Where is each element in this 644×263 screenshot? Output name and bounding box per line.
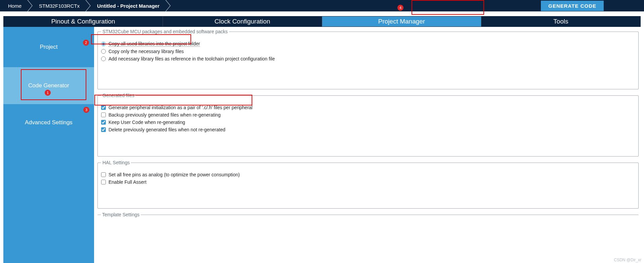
generate-code-button[interactable]: GENERATE CODE <box>541 1 604 11</box>
check-delete-prev-row[interactable]: Delete previously generated files when n… <box>101 127 635 132</box>
check-free-pins-label: Set all free pins as analog (to optimize… <box>109 172 240 177</box>
sidebar-code-generator[interactable]: Code Generator <box>3 67 94 104</box>
check-full-assert-label: Enable Full Assert <box>109 179 146 185</box>
group-hal-settings: HAL Settings Set all free pins as analog… <box>97 160 639 209</box>
chevron-right-icon <box>165 0 172 11</box>
group-mcu-legend: STM32Cube MCU packages and embedded soft… <box>101 29 229 34</box>
group-gen-legend: Generated files <box>101 93 136 98</box>
radio-copy-necessary-row[interactable]: Copy only the necessary library files <box>101 49 635 54</box>
watermark: CSDN @Dir_xr <box>614 258 641 262</box>
radio-copy-necessary-label: Copy only the necessary library files <box>109 49 184 54</box>
check-pair-ch-label: Generate peripheral initialization as a … <box>109 105 253 110</box>
sidebar-advanced-settings[interactable]: Advanced Settings <box>3 104 94 141</box>
pm-sidebar: Project Code Generator Advanced Settings <box>3 27 94 263</box>
radio-add-reference-label: Add necessary library files as reference… <box>109 56 275 61</box>
breadcrumb-home-label: Home <box>8 3 22 9</box>
radio-copy-all[interactable] <box>101 42 106 46</box>
radio-copy-necessary[interactable] <box>101 49 106 54</box>
tab-pinout[interactable]: Pinout & Configuration <box>4 16 163 27</box>
main-area: Project Code Generator Advanced Settings… <box>3 27 641 263</box>
check-keep-user[interactable] <box>101 120 106 125</box>
radio-copy-all-row[interactable]: Copy all used libraries into the project… <box>101 41 635 47</box>
check-free-pins-row[interactable]: Set all free pins as analog (to optimize… <box>101 172 635 177</box>
breadcrumb-chip-label: STM32F103RCTx <box>39 3 80 9</box>
tab-project-manager[interactable]: Project Manager <box>322 16 481 27</box>
group-mcu-packages: STM32Cube MCU packages and embedded soft… <box>97 29 639 89</box>
radio-copy-all-label: Copy all used libraries into the project… <box>109 41 200 47</box>
check-full-assert[interactable] <box>101 180 106 184</box>
breadcrumb-bar: Home STM32F103RCTx Untitled - Project Ma… <box>0 0 644 11</box>
check-keep-user-row[interactable]: Keep User Code when re-generating <box>101 120 635 125</box>
group-hal-legend: HAL Settings <box>101 160 131 165</box>
check-backup-label: Backup previously generated files when r… <box>109 112 221 118</box>
content-area: STM32Cube MCU packages and embedded soft… <box>94 27 641 263</box>
group-template-settings: Template Settings <box>97 212 639 227</box>
sidebar-project[interactable]: Project <box>3 27 94 67</box>
breadcrumb-home[interactable]: Home <box>3 0 29 11</box>
check-delete-prev[interactable] <box>101 127 106 132</box>
breadcrumb-project-label: Untitled - Project Manager <box>97 3 160 9</box>
breadcrumb-chip[interactable]: STM32F103RCTx <box>29 0 87 11</box>
check-pair-ch-row[interactable]: Generate peripheral initialization as a … <box>101 105 635 110</box>
tab-tools[interactable]: Tools <box>481 16 640 27</box>
group-tpl-legend: Template Settings <box>101 212 141 217</box>
check-pair-ch[interactable] <box>101 105 106 110</box>
check-backup-row[interactable]: Backup previously generated files when r… <box>101 112 635 118</box>
check-delete-prev-label: Delete previously generated files when n… <box>109 127 225 132</box>
check-backup[interactable] <box>101 113 106 117</box>
radio-add-reference-row[interactable]: Add necessary library files as reference… <box>101 56 635 61</box>
radio-add-reference[interactable] <box>101 56 106 61</box>
main-tabs: Pinout & Configuration Clock Configurati… <box>3 16 641 27</box>
group-generated-files: Generated files Generate peripheral init… <box>97 93 639 157</box>
tab-clock[interactable]: Clock Configuration <box>163 16 322 27</box>
breadcrumb-project[interactable]: Untitled - Project Manager <box>87 0 167 11</box>
sidebar-filler <box>3 141 94 263</box>
check-free-pins[interactable] <box>101 172 106 177</box>
check-keep-user-label: Keep User Code when re-generating <box>109 120 185 125</box>
check-full-assert-row[interactable]: Enable Full Assert <box>101 179 635 185</box>
generate-code-wrap: GENERATE CODE <box>541 0 604 11</box>
